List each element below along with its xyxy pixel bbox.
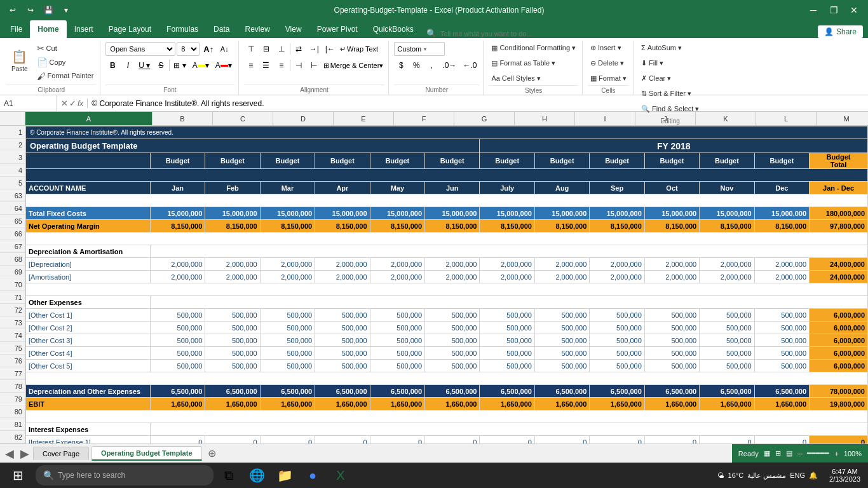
- font-size-select[interactable]: 8: [177, 42, 200, 56]
- redo-button[interactable]: ↪: [23, 3, 38, 18]
- italic-button[interactable]: I: [121, 58, 135, 72]
- cut-button[interactable]: ✂ Cut: [34, 42, 97, 55]
- sheet-tab-cover-page[interactable]: Cover Page: [33, 447, 89, 460]
- format-button[interactable]: ▦ Format ▾: [588, 72, 629, 85]
- undo-button[interactable]: ↩: [5, 3, 20, 18]
- start-button[interactable]: ⊞: [3, 463, 33, 488]
- system-clock[interactable]: 6:47 AM 2/13/2023: [824, 468, 865, 483]
- tab-power-pivot[interactable]: Power Pivot: [309, 20, 365, 38]
- confirm-formula-button[interactable]: ✓: [69, 98, 76, 108]
- insert-button[interactable]: ⊕ Insert ▾: [588, 42, 624, 55]
- tab-data[interactable]: Data: [206, 20, 237, 38]
- view-page-layout-button[interactable]: ⊞: [775, 449, 781, 458]
- col-header-C[interactable]: C: [213, 112, 273, 126]
- align-bottom-button[interactable]: ⊥: [275, 42, 288, 56]
- taskbar-excel-icon[interactable]: X: [328, 463, 353, 488]
- col-header-M[interactable]: M: [817, 112, 868, 126]
- sheet-body[interactable]: © Corporate Finance Institute®. All righ…: [25, 126, 868, 444]
- find-select-button[interactable]: 🔍 Find & Select ▾: [639, 103, 702, 116]
- align-right-button[interactable]: ≡: [275, 58, 288, 72]
- taskbar-search-input[interactable]: [58, 471, 198, 480]
- view-normal-button[interactable]: ▦: [764, 449, 770, 458]
- indent-more-button[interactable]: →|: [307, 42, 322, 56]
- tab-insert[interactable]: Insert: [67, 20, 101, 38]
- tab-formulas[interactable]: Formulas: [159, 20, 206, 38]
- name-box[interactable]: A1: [0, 95, 57, 111]
- align-left-button[interactable]: ≡: [244, 58, 258, 72]
- tab-quickbooks[interactable]: QuickBooks: [365, 20, 421, 38]
- indent-less-button[interactable]: |←: [323, 42, 337, 56]
- taskbar-chrome-icon[interactable]: ●: [300, 463, 325, 488]
- col-header-I[interactable]: I: [575, 112, 635, 126]
- sheet-tab-operating-budget[interactable]: Operating Budget Template: [92, 446, 201, 461]
- font-color-button[interactable]: A▾: [213, 58, 234, 72]
- fill-color-button[interactable]: A▾: [190, 58, 212, 72]
- merge-center-button[interactable]: ⊞Merge & Center ▾: [322, 60, 385, 71]
- col-header-L[interactable]: L: [756, 112, 817, 126]
- col-header-A[interactable]: A: [25, 112, 153, 126]
- col-header-D[interactable]: D: [273, 112, 334, 126]
- bold-button[interactable]: B: [105, 58, 119, 72]
- increase-decimal-button[interactable]: .0→: [440, 58, 459, 72]
- fill-button[interactable]: ⬇ Fill ▾: [639, 57, 666, 70]
- save-button[interactable]: 💾: [41, 3, 56, 18]
- notification-icon[interactable]: 🔔: [809, 471, 818, 480]
- conditional-formatting-button[interactable]: ▦ Conditional Formatting ▾: [489, 42, 578, 55]
- tell-me-input[interactable]: [440, 30, 567, 37]
- font-name-select[interactable]: Open Sans: [105, 42, 175, 56]
- zoom-out-button[interactable]: ─: [797, 450, 803, 458]
- underline-button[interactable]: U ▾: [136, 58, 153, 72]
- copy-button[interactable]: 📄 Copy: [34, 56, 97, 69]
- decrease-decimal-button[interactable]: ←.0: [460, 58, 479, 72]
- col-header-G[interactable]: G: [454, 112, 515, 126]
- view-page-break-button[interactable]: ▤: [786, 449, 792, 458]
- formula-input[interactable]: [88, 95, 868, 111]
- zoom-in-button[interactable]: +: [834, 450, 838, 458]
- wrap-text-button[interactable]: ↵Wrap Text: [339, 44, 379, 55]
- add-sheet-button[interactable]: ⊕: [205, 447, 220, 461]
- strikethrough-button[interactable]: S: [154, 58, 168, 72]
- align-center-button[interactable]: ☰: [259, 58, 273, 72]
- increase-font-button[interactable]: A↑: [201, 42, 216, 56]
- col-header-K[interactable]: K: [696, 112, 756, 126]
- paste-button[interactable]: 📋 Paste: [6, 42, 33, 80]
- increase-indent-button[interactable]: ⊢: [307, 58, 321, 72]
- taskbar-edge-icon[interactable]: 🌐: [244, 463, 269, 488]
- accounting-format-button[interactable]: $: [394, 58, 408, 72]
- decrease-indent-button[interactable]: ⊣: [292, 58, 306, 72]
- taskbar-explorer-icon[interactable]: 📁: [272, 463, 297, 488]
- align-top-button[interactable]: ⊤: [244, 42, 258, 56]
- tab-page-layout[interactable]: Page Layout: [101, 20, 159, 38]
- nav-next-sheet-button[interactable]: ▶: [18, 447, 32, 461]
- share-button[interactable]: 👤Share: [818, 25, 863, 38]
- taskbar-search-box[interactable]: 🔍: [36, 465, 214, 485]
- restore-button[interactable]: ❐: [825, 1, 843, 19]
- col-header-E[interactable]: E: [334, 112, 394, 126]
- text-direction-button[interactable]: ⇄: [292, 42, 306, 56]
- minimize-button[interactable]: ─: [804, 1, 822, 19]
- insert-function-button[interactable]: fx: [78, 99, 83, 108]
- tab-review[interactable]: Review: [237, 20, 277, 38]
- borders-button[interactable]: ⊞ ▾: [171, 58, 188, 72]
- clear-button[interactable]: ✗ Clear ▾: [639, 72, 674, 85]
- customize-qat-button[interactable]: ▾: [58, 3, 74, 18]
- col-header-H[interactable]: H: [515, 112, 575, 126]
- delete-button[interactable]: ⊖ Delete ▾: [588, 57, 627, 70]
- col-header-F[interactable]: F: [394, 112, 454, 126]
- cell-styles-button[interactable]: Aa Cell Styles ▾: [489, 72, 543, 85]
- autosum-button[interactable]: Σ AutoSum ▾: [639, 42, 684, 55]
- decrease-font-button[interactable]: A↓: [217, 42, 231, 56]
- percent-button[interactable]: %: [409, 58, 423, 72]
- tab-home[interactable]: Home: [30, 20, 66, 38]
- sort-filter-button[interactable]: ⇅ Sort & Filter ▾: [639, 88, 694, 100]
- col-header-B[interactable]: B: [153, 112, 213, 126]
- tab-file[interactable]: File: [3, 20, 30, 38]
- nav-prev-sheet-button[interactable]: ◀: [3, 447, 17, 461]
- align-middle-button[interactable]: ⊟: [259, 42, 273, 56]
- taskview-button[interactable]: ⧉: [216, 463, 241, 488]
- cancel-formula-button[interactable]: ✕: [61, 98, 68, 108]
- format-as-table-button[interactable]: ▤ Format as Table ▾: [489, 57, 558, 70]
- close-button[interactable]: ✕: [845, 1, 863, 19]
- format-painter-button[interactable]: 🖌 Format Painter: [34, 70, 97, 83]
- number-format-select[interactable]: Custom ▾: [394, 42, 445, 56]
